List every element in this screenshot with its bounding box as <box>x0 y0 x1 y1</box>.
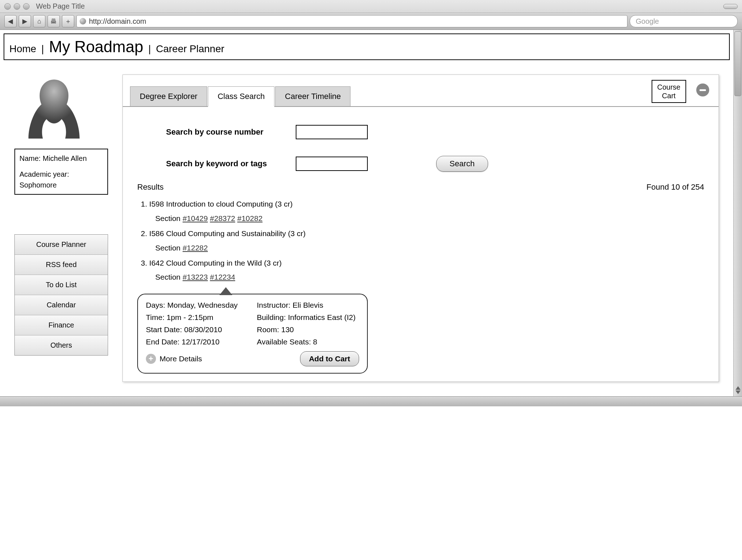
search-course-number-label: Search by course number <box>166 127 274 137</box>
building-value: Informatics East (I2) <box>288 313 356 321</box>
zoom-window-icon[interactable] <box>23 3 30 10</box>
search-keyword-input[interactable] <box>296 157 368 171</box>
minimize-window-icon[interactable] <box>14 3 20 10</box>
window-pill-icon[interactable] <box>723 4 738 9</box>
tab-degree-explorer[interactable]: Degree Explorer <box>130 86 207 106</box>
url-text: http://domain.com <box>89 17 146 26</box>
course-cart-button[interactable]: Course Cart <box>652 80 686 103</box>
browser-chrome: Web Page Title ◀ ▶ ⌂ 🖶 ＋ http://domain.c… <box>0 0 742 30</box>
tab-career-timeline[interactable]: Career Timeline <box>275 86 350 106</box>
scroll-up-icon[interactable] <box>736 386 741 390</box>
tab-strip: Degree Explorer Class Search Career Time… <box>123 75 719 107</box>
sidebar-item-rss-feed[interactable]: RSS feed <box>15 255 108 275</box>
page-scrollbar[interactable] <box>733 30 742 396</box>
sidebar-item-label: RSS feed <box>46 261 77 268</box>
section-label: Section <box>155 273 180 281</box>
start-date-label: Start Date: <box>146 325 182 334</box>
section-link[interactable]: #10282 <box>237 214 263 222</box>
forward-button[interactable]: ▶ <box>19 15 31 27</box>
sidebar-item-finance[interactable]: Finance <box>15 315 108 335</box>
browser-status-bar <box>0 396 742 406</box>
sidebar-item-label: To do List <box>46 281 77 289</box>
results-count: Found 10 of 254 <box>647 182 704 192</box>
collapse-icon[interactable] <box>696 83 709 96</box>
section-popover-wrap: Days: Monday, Wednesday Instructor: Eli … <box>137 294 704 374</box>
result-num: 3. <box>141 259 147 267</box>
breadcrumb-other[interactable]: Career Planner <box>156 43 224 55</box>
end-date-value: 12/17/2010 <box>182 338 219 346</box>
breadcrumb-sep-1: | <box>41 43 44 55</box>
add-to-cart-button[interactable]: Add to Cart <box>300 351 359 366</box>
profile-name: Michelle Allen <box>43 154 86 162</box>
section-popover: Days: Monday, Wednesday Instructor: Eli … <box>137 294 368 374</box>
profile-year: Sophomore <box>19 181 57 189</box>
profile-year-label: Academic year: <box>19 170 69 178</box>
sidebar-item-others[interactable]: Others <box>15 335 108 355</box>
profile-name-label: Name: <box>19 154 41 162</box>
back-button[interactable]: ◀ <box>4 15 17 27</box>
browser-search-input[interactable]: Google <box>630 15 738 27</box>
result-title: I598 Introduction to cloud Computing (3 … <box>149 200 292 208</box>
breadcrumb-sep-2: | <box>148 43 151 55</box>
result-title: I586 Cloud Computing and Sustainability … <box>149 229 305 238</box>
tab-label: Degree Explorer <box>140 92 197 101</box>
sidebar-item-label: Calendar <box>46 301 76 309</box>
sidebar-item-course-planner[interactable]: Course Planner <box>15 235 108 255</box>
section-label: Section <box>155 214 180 222</box>
days-value: Monday, Wednesday <box>167 301 238 309</box>
breadcrumb-home[interactable]: Home <box>9 43 36 55</box>
sidebar-item-label: Course Planner <box>36 240 86 248</box>
globe-icon <box>80 18 86 24</box>
search-keyword-label: Search by keyword or tags <box>166 159 274 168</box>
room-label: Room: <box>257 325 279 334</box>
section-link[interactable]: #13223 <box>183 273 208 281</box>
more-details-button[interactable]: + More Details <box>146 354 202 364</box>
browser-toolbar: ◀ ▶ ⌂ 🖶 ＋ http://domain.com Google <box>0 13 742 30</box>
close-window-icon[interactable] <box>4 3 11 10</box>
result-num: 2. <box>141 229 147 238</box>
scroll-down-icon[interactable] <box>736 390 741 394</box>
sidebar-item-label: Finance <box>48 321 74 329</box>
section-link[interactable]: #12282 <box>183 244 208 252</box>
seats-label: Available Seats: <box>257 338 311 346</box>
home-button[interactable]: ⌂ <box>33 15 45 27</box>
start-date-value: 08/30/2010 <box>184 325 222 334</box>
search-area: Search by course number Search by keywor… <box>123 107 719 179</box>
sidebar-item-todo-list[interactable]: To do List <box>15 275 108 295</box>
days-label: Days: <box>146 301 165 309</box>
sidebar-item-calendar[interactable]: Calendar <box>15 295 108 315</box>
main-panel: Degree Explorer Class Search Career Time… <box>122 74 719 382</box>
print-button[interactable]: 🖶 <box>48 15 60 27</box>
url-bar[interactable]: http://domain.com <box>76 15 627 27</box>
sidebar-menu: Course Planner RSS feed To do List Calen… <box>14 234 108 356</box>
title-bar: Web Page Title <box>0 0 742 13</box>
section-link[interactable]: #28372 <box>210 214 235 222</box>
search-button[interactable]: Search <box>436 156 488 172</box>
search-placeholder: Google <box>636 17 659 26</box>
result-item: 1. I598 Introduction to cloud Computing … <box>141 197 701 226</box>
breadcrumb: Home | My Roadmap | Career Planner <box>4 33 730 60</box>
results-header: Results Found 10 of 254 <box>123 182 719 192</box>
tab-class-search[interactable]: Class Search <box>208 86 274 107</box>
scrollbar-thumb[interactable] <box>734 31 741 96</box>
breadcrumb-current[interactable]: My Roadmap <box>49 38 143 56</box>
result-item: 3. I642 Cloud Computing in the Wild (3 c… <box>141 256 701 285</box>
more-details-label: More Details <box>160 354 202 363</box>
popover-arrow-icon <box>219 287 232 295</box>
seats-value: 8 <box>313 338 317 346</box>
plus-icon: + <box>146 354 156 364</box>
section-link[interactable]: #10429 <box>183 214 208 222</box>
time-label: Time: <box>146 313 165 321</box>
search-course-number-input[interactable] <box>296 125 368 139</box>
profile-box: Name: Michelle Allen Academic year: Soph… <box>14 149 108 195</box>
instructor-label: Instructor: <box>257 301 290 309</box>
section-link[interactable]: #12234 <box>210 273 235 281</box>
tab-label: Career Timeline <box>285 92 341 101</box>
section-label: Section <box>155 244 180 252</box>
add-bookmark-button[interactable]: ＋ <box>62 15 74 27</box>
window-title: Web Page Title <box>36 2 85 10</box>
building-label: Building: <box>257 313 286 321</box>
end-date-label: End Date: <box>146 338 179 346</box>
avatar-icon <box>18 74 90 146</box>
room-value: 130 <box>281 325 294 334</box>
